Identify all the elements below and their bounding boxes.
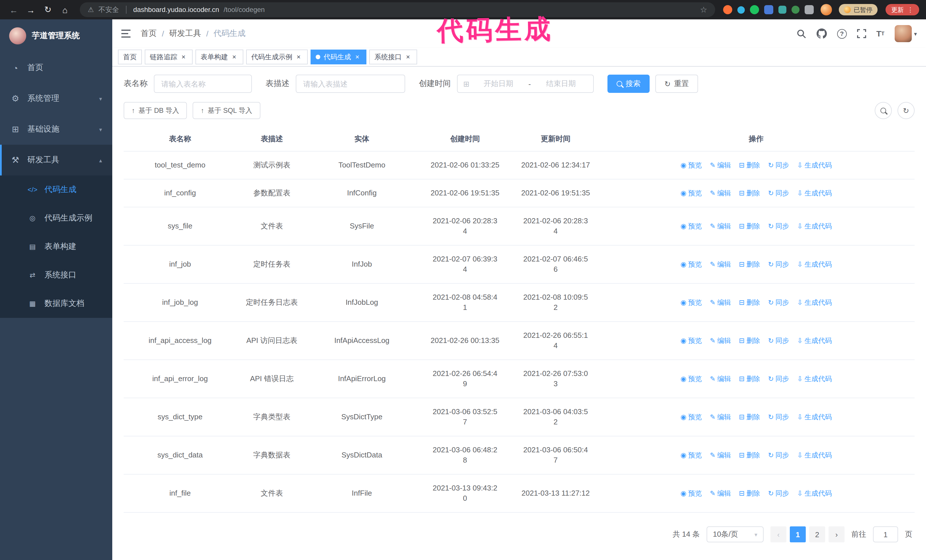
- reload-icon[interactable]: ↻: [41, 3, 55, 17]
- user-avatar[interactable]: ▾: [895, 25, 917, 42]
- generate-code-link[interactable]: 生成代码: [797, 297, 832, 308]
- forward-icon[interactable]: →: [24, 3, 38, 17]
- sidebar-item-infra[interactable]: ⊞ 基础设施 ▾: [0, 114, 112, 145]
- sync-link[interactable]: 同步: [768, 450, 789, 460]
- preview-link[interactable]: 预览: [680, 412, 702, 422]
- import-db-button[interactable]: 基于 DB 导入: [124, 102, 187, 119]
- reset-button[interactable]: 重置: [655, 75, 698, 93]
- sidebar-item-api[interactable]: ⇄ 系统接口: [0, 261, 112, 290]
- delete-link[interactable]: 删除: [739, 412, 760, 422]
- extension-icon[interactable]: [723, 5, 732, 14]
- sidebar-item-devtools[interactable]: ⚒ 研发工具 ▴: [0, 145, 112, 175]
- page-button-1[interactable]: 1: [790, 527, 806, 542]
- puzzle-extensions-icon[interactable]: [805, 5, 814, 14]
- sync-link[interactable]: 同步: [768, 160, 789, 171]
- generate-code-link[interactable]: 生成代码: [797, 259, 832, 269]
- preview-link[interactable]: 预览: [680, 297, 702, 308]
- close-icon[interactable]: [404, 53, 412, 61]
- next-page-button[interactable]: ›: [829, 527, 844, 542]
- delete-link[interactable]: 删除: [739, 335, 760, 346]
- github-icon[interactable]: [817, 29, 827, 39]
- delete-link[interactable]: 删除: [739, 221, 760, 231]
- delete-link[interactable]: 删除: [739, 160, 760, 171]
- sidebar-item-db-doc[interactable]: ▦ 数据库文档: [0, 290, 112, 318]
- delete-link[interactable]: 删除: [739, 450, 760, 460]
- help-icon[interactable]: [837, 29, 847, 38]
- sync-link[interactable]: 同步: [768, 488, 789, 498]
- edit-link[interactable]: 编辑: [710, 488, 731, 498]
- back-icon[interactable]: ←: [7, 3, 21, 17]
- home-icon[interactable]: ⌂: [58, 3, 72, 17]
- chrome-update-button[interactable]: 更新 ⋮: [885, 4, 919, 15]
- delete-link[interactable]: 删除: [739, 374, 760, 384]
- preview-link[interactable]: 预览: [680, 374, 702, 384]
- table-desc-input[interactable]: [296, 75, 405, 93]
- edit-link[interactable]: 编辑: [710, 160, 731, 171]
- breadcrumb-devtools[interactable]: 研发工具: [169, 29, 201, 39]
- browser-profile-avatar[interactable]: [820, 4, 832, 15]
- tab-form-builder[interactable]: 表单构建: [195, 50, 243, 64]
- edit-link[interactable]: 编辑: [710, 335, 731, 346]
- bookmark-star-icon[interactable]: ☆: [700, 5, 707, 14]
- sync-link[interactable]: 同步: [768, 297, 789, 308]
- sidebar-item-form-builder[interactable]: ▤ 表单构建: [0, 232, 112, 261]
- edit-link[interactable]: 编辑: [710, 259, 731, 269]
- tab-codegen[interactable]: 代码生成: [310, 50, 366, 64]
- date-range-picker[interactable]: ⊞ 开始日期 - 结束日期: [457, 75, 594, 93]
- hamburger-icon[interactable]: [121, 29, 132, 38]
- app-logo[interactable]: 芋道管理系统: [0, 20, 112, 53]
- paused-badge[interactable]: 已暂停: [839, 4, 878, 15]
- preview-link[interactable]: 预览: [680, 259, 702, 269]
- edit-link[interactable]: 编辑: [710, 450, 731, 460]
- import-sql-button[interactable]: 基于 SQL 导入: [193, 102, 260, 119]
- delete-link[interactable]: 删除: [739, 188, 760, 198]
- sidebar-item-system[interactable]: ⚙ 系统管理 ▾: [0, 83, 112, 114]
- generate-code-link[interactable]: 生成代码: [797, 221, 832, 231]
- tab-codegen-demo[interactable]: 代码生成示例: [246, 50, 308, 64]
- sync-link[interactable]: 同步: [768, 374, 789, 384]
- edit-link[interactable]: 编辑: [710, 221, 731, 231]
- extension-icon[interactable]: [737, 6, 745, 14]
- font-size-icon[interactable]: TT: [876, 29, 884, 38]
- generate-code-link[interactable]: 生成代码: [797, 335, 832, 346]
- extension-icon[interactable]: [750, 5, 759, 14]
- generate-code-link[interactable]: 生成代码: [797, 188, 832, 198]
- generate-code-link[interactable]: 生成代码: [797, 450, 832, 460]
- sidebar-item-home[interactable]: ◔ 首页: [0, 53, 112, 83]
- delete-link[interactable]: 删除: [739, 297, 760, 308]
- close-icon[interactable]: [353, 53, 361, 61]
- edit-link[interactable]: 编辑: [710, 374, 731, 384]
- preview-link[interactable]: 预览: [680, 335, 702, 346]
- page-button-2[interactable]: 2: [809, 527, 825, 542]
- sync-link[interactable]: 同步: [768, 412, 789, 422]
- extension-icon[interactable]: [791, 6, 799, 14]
- tab-home[interactable]: 首页: [118, 50, 142, 64]
- sync-link[interactable]: 同步: [768, 259, 789, 269]
- sync-link[interactable]: 同步: [768, 221, 789, 231]
- preview-link[interactable]: 预览: [680, 450, 702, 460]
- close-icon[interactable]: [230, 53, 238, 61]
- refresh-table-button[interactable]: [897, 102, 915, 119]
- breadcrumb-home[interactable]: 首页: [141, 29, 157, 39]
- toggle-search-button[interactable]: [875, 102, 892, 119]
- sidebar-item-codegen-demo[interactable]: ◎ 代码生成示例: [0, 204, 112, 232]
- sync-link[interactable]: 同步: [768, 335, 789, 346]
- preview-link[interactable]: 预览: [680, 221, 702, 231]
- page-size-select[interactable]: 10条/页 ▾: [707, 527, 764, 542]
- fullscreen-icon[interactable]: [857, 29, 866, 38]
- close-icon[interactable]: [180, 53, 188, 61]
- goto-page-input[interactable]: [873, 527, 898, 542]
- table-name-input[interactable]: [154, 75, 252, 93]
- preview-link[interactable]: 预览: [680, 488, 702, 498]
- generate-code-link[interactable]: 生成代码: [797, 374, 832, 384]
- generate-code-link[interactable]: 生成代码: [797, 488, 832, 498]
- address-bar[interactable]: ⚠ 不安全 dashboard.yudao.iocoder.cn/tool/co…: [80, 2, 715, 17]
- search-icon[interactable]: [797, 29, 806, 38]
- preview-link[interactable]: 预览: [680, 160, 702, 171]
- close-icon[interactable]: [295, 53, 303, 61]
- extension-icon[interactable]: [778, 6, 787, 14]
- edit-link[interactable]: 编辑: [710, 412, 731, 422]
- tab-api[interactable]: 系统接口: [369, 50, 417, 64]
- preview-link[interactable]: 预览: [680, 188, 702, 198]
- delete-link[interactable]: 删除: [739, 488, 760, 498]
